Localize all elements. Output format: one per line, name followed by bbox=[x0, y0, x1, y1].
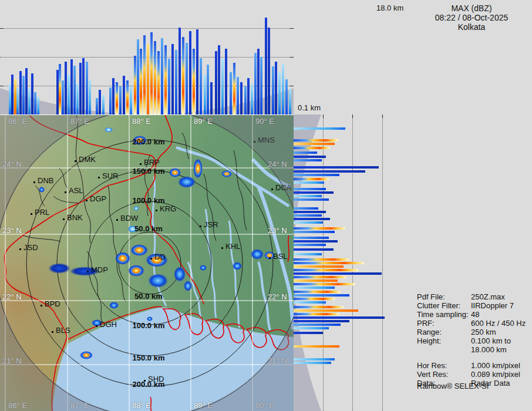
station-label: BDW bbox=[120, 214, 138, 223]
station-label: DCA bbox=[275, 183, 291, 192]
gridline bbox=[0, 28, 294, 29]
profile-bar bbox=[294, 159, 322, 161]
gridline bbox=[382, 114, 383, 411]
profile-bar bbox=[62, 80, 64, 114]
station-label: MNS bbox=[258, 136, 275, 144]
latitude-label: 22° N bbox=[2, 292, 22, 301]
profile-bar bbox=[215, 51, 217, 114]
profile-bar bbox=[254, 53, 257, 114]
info-label: Vert Res: bbox=[417, 370, 448, 379]
profile-bar bbox=[294, 143, 335, 145]
station-dot bbox=[96, 325, 97, 327]
radar-echo bbox=[178, 176, 196, 188]
legend-info-column: MAX (dBZ) 08:22 / 08-Oct-2025 Kolkata ▸6… bbox=[411, 0, 532, 411]
station-dot bbox=[41, 305, 42, 306]
profile-bar bbox=[294, 345, 339, 348]
longitude-label: 89° E bbox=[194, 117, 213, 126]
info-value: 0.100 km to bbox=[471, 336, 511, 345]
profile-bar bbox=[109, 87, 112, 114]
longitude-label: 88° E bbox=[132, 117, 151, 126]
radar-echo bbox=[130, 244, 148, 256]
profile-bar bbox=[294, 218, 330, 220]
station-dot bbox=[98, 177, 100, 178]
profile-bar bbox=[278, 72, 281, 114]
product-datetime: 08:22 / 08-Oct-2025 bbox=[411, 13, 532, 22]
profile-bar bbox=[225, 49, 227, 114]
station-dot bbox=[31, 213, 32, 215]
profile-bar bbox=[265, 18, 267, 114]
station-label: DMK bbox=[79, 155, 96, 164]
profile-bar bbox=[294, 207, 318, 210]
longitude-label: 89° E bbox=[194, 401, 213, 410]
station-label: DGP bbox=[90, 194, 106, 203]
station-label: PRL bbox=[35, 208, 49, 217]
profile-bar bbox=[204, 75, 206, 114]
profile-bar bbox=[168, 59, 170, 114]
radar-echo bbox=[109, 302, 119, 309]
radar-echo bbox=[184, 281, 192, 291]
latitude-label: 21° N bbox=[268, 356, 287, 365]
range-ring-label: 150.0 km bbox=[130, 167, 167, 176]
station-label: KRG bbox=[160, 204, 176, 213]
title-block: MAX (dBZ) 08:22 / 08-Oct-2025 Kolkata bbox=[411, 4, 532, 32]
profile-bar bbox=[89, 80, 91, 114]
station-label: DD bbox=[154, 252, 166, 261]
latitude-label: 24° N bbox=[2, 160, 22, 169]
profile-bar bbox=[73, 66, 76, 114]
profile-bar bbox=[285, 79, 288, 114]
profile-bar bbox=[230, 72, 232, 114]
profile-bar bbox=[116, 82, 118, 114]
profile-bar bbox=[294, 244, 326, 246]
radar-echo bbox=[233, 262, 242, 270]
radar-echo bbox=[148, 274, 168, 288]
profile-bar bbox=[96, 98, 98, 114]
profile-bar bbox=[134, 56, 136, 114]
profile-bar bbox=[272, 66, 274, 114]
profile-bar bbox=[294, 198, 329, 201]
profile-bar bbox=[294, 139, 338, 142]
profile-bar bbox=[294, 309, 358, 312]
profile-bar bbox=[34, 92, 36, 114]
station-dot bbox=[52, 331, 53, 333]
profile-bar bbox=[294, 298, 335, 300]
profile-bar bbox=[294, 253, 322, 255]
profile-bar bbox=[244, 86, 247, 114]
profile-bar bbox=[19, 71, 22, 114]
profile-bar bbox=[294, 287, 335, 289]
profile-bar bbox=[65, 62, 67, 114]
radar-display-root: { "header": { "title": "MAX (dBZ)", "dat… bbox=[0, 0, 532, 411]
profile-bar bbox=[294, 332, 323, 334]
longitude-label: 90° E bbox=[255, 117, 274, 126]
station-label: BNK bbox=[67, 213, 83, 222]
info-value: 250Z.max bbox=[471, 292, 505, 301]
profile-bar bbox=[294, 306, 344, 308]
profile-bar bbox=[137, 39, 139, 114]
station-label: ASL bbox=[69, 186, 83, 195]
station-dot bbox=[254, 141, 255, 143]
station-label: BLS bbox=[56, 326, 70, 335]
profile-bar bbox=[294, 211, 326, 213]
longitude-label: 87° E bbox=[70, 117, 89, 126]
profile-bar bbox=[150, 32, 153, 114]
station-label: DGH bbox=[100, 320, 117, 329]
info-label: Hor Res: bbox=[417, 361, 447, 370]
station-dot bbox=[221, 247, 223, 249]
profile-bar bbox=[82, 58, 85, 114]
station-dot bbox=[65, 191, 66, 193]
profile-bar bbox=[70, 59, 73, 114]
profile-bar bbox=[294, 316, 385, 319]
radar-echo bbox=[80, 351, 93, 359]
radar-map-panel: 86° E86° E87° E87° E88° E88° E89° E89° E… bbox=[0, 114, 294, 411]
profile-bar bbox=[294, 262, 364, 264]
profile-bar bbox=[31, 73, 33, 114]
profile-bar bbox=[294, 327, 329, 329]
info-label: Time sampling: bbox=[417, 310, 469, 319]
profile-bar bbox=[257, 49, 260, 114]
info-value: 250 km bbox=[471, 328, 496, 336]
profile-bar bbox=[282, 64, 284, 114]
right-height-profile-panel bbox=[294, 114, 415, 411]
info-label: PRF: bbox=[417, 319, 435, 328]
profile-bar bbox=[175, 50, 177, 114]
station-dot bbox=[271, 188, 273, 190]
info-value: 0.089 km/pixel bbox=[471, 370, 520, 379]
